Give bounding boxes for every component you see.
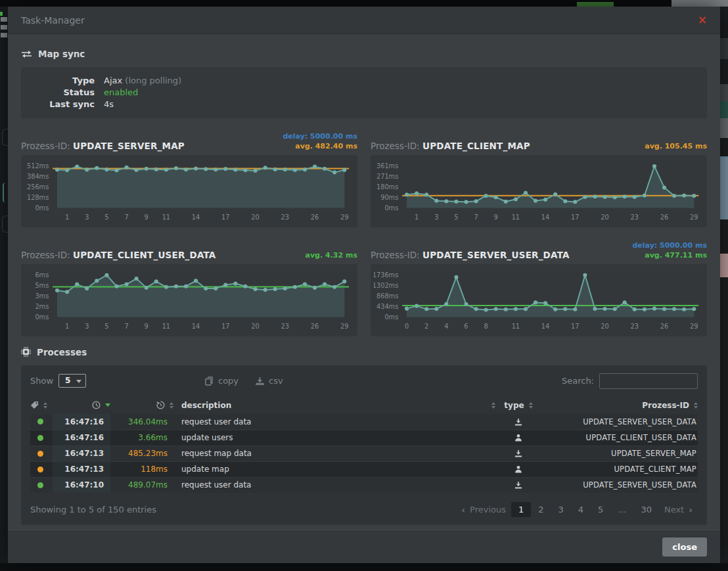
server-download-icon — [514, 418, 522, 426]
pagination-page-5[interactable]: 5 — [591, 502, 610, 517]
delay-label: delay: 5000.00 ms — [632, 240, 707, 250]
chart-head: Prozess-ID: UPDATE_SERVER_MAP delay: 500… — [21, 126, 357, 151]
svg-text:20: 20 — [601, 323, 608, 330]
info-note: (long polling) — [125, 76, 181, 85]
close-button[interactable]: close — [662, 537, 707, 557]
area-chart-svg: 6ms5ms3ms2ms0ms1357911141720232629 — [24, 267, 354, 335]
svg-text:11: 11 — [512, 323, 520, 330]
info-label: Last sync — [32, 99, 95, 110]
svg-text:7: 7 — [124, 214, 128, 221]
background-fragment — [720, 118, 728, 138]
svg-text:8: 8 — [484, 323, 488, 330]
pagination-next[interactable]: Next› — [659, 502, 698, 518]
avg-label: avg. 105.45 ms — [645, 141, 707, 151]
description-cell: update users — [173, 433, 495, 442]
map-sync-info: Type Ajax (long polling) Status enabled … — [21, 67, 707, 118]
table-row[interactable]: 16:47:13 118ms update map UPDATE_CLIENT_… — [30, 461, 698, 477]
background-bar — [1, 25, 7, 30]
svg-text:384ms: 384ms — [27, 173, 49, 180]
svg-text:14: 14 — [541, 323, 549, 330]
svg-text:26: 26 — [660, 214, 668, 221]
svg-text:512ms: 512ms — [27, 162, 49, 170]
search-input[interactable] — [599, 373, 698, 389]
map-sync-title: Map sync — [38, 49, 85, 59]
svg-text:5: 5 — [454, 214, 458, 221]
table-row[interactable]: 16:47:10 489.07ms request user data UPDA… — [30, 477, 698, 493]
background-ring — [2, 129, 8, 146]
status-cell — [30, 482, 53, 488]
status-cell — [30, 451, 53, 457]
processes-panel: Show 5 copy — [21, 365, 707, 525]
svg-text:90ms: 90ms — [380, 194, 398, 201]
svg-text:868ms: 868ms — [376, 292, 398, 300]
table-body: 16:47:16 346.04ms request user data UPDA… — [30, 414, 698, 493]
svg-text:9: 9 — [494, 214, 498, 221]
background-fragment — [720, 156, 728, 219]
svg-text:271ms: 271ms — [376, 173, 398, 180]
background-top-bar — [0, 0, 728, 7]
csv-button[interactable]: csv — [256, 376, 283, 386]
chart-title: Prozess-ID: UPDATE_SERVER_MAP — [21, 141, 185, 151]
svg-text:361ms: 361ms — [376, 162, 398, 170]
description-cell: request user data — [173, 480, 495, 490]
info-value: 4s — [104, 99, 114, 110]
svg-text:14: 14 — [541, 214, 549, 221]
pagination-previous[interactable]: ‹Previous — [456, 502, 511, 518]
svg-text:11: 11 — [512, 214, 520, 221]
svg-text:23: 23 — [631, 323, 639, 330]
processes-title: Processes — [37, 347, 87, 357]
pagination-ellipsis: … — [610, 502, 633, 517]
page-length-select[interactable]: 5 — [58, 374, 86, 388]
pid-cell: UPDATE_SERVER_USER_DATA — [541, 417, 698, 426]
chart-labels: delay: 5000.00 ms avg. 477.11 ms — [632, 240, 707, 260]
background-scrollbar-fragment — [671, 0, 728, 7]
chevron-left-icon: ‹ — [461, 505, 465, 515]
chart-title: Prozess-ID: UPDATE_SERVER_USER_DATA — [371, 250, 570, 260]
avg-label: avg. 477.11 ms — [632, 250, 707, 260]
close-x-icon[interactable]: × — [698, 14, 707, 26]
col-description[interactable]: description — [173, 401, 495, 410]
duration-cell: 118ms — [110, 465, 173, 474]
svg-text:0ms: 0ms — [35, 204, 49, 212]
table-row[interactable]: 16:47:13 485.23ms request map data UPDAT… — [30, 445, 698, 461]
time-cell: 16:47:10 — [53, 478, 110, 493]
svg-text:6ms: 6ms — [35, 271, 49, 279]
sort-icon — [694, 402, 698, 409]
svg-text:17: 17 — [221, 323, 229, 330]
export-buttons: copy csv — [205, 376, 283, 386]
col-time[interactable] — [53, 401, 110, 409]
info-row-status: Status enabled — [32, 87, 696, 99]
duration-cell: 489.07ms — [110, 480, 173, 490]
pagination-page-1[interactable]: 1 — [511, 502, 531, 517]
svg-text:3: 3 — [85, 323, 89, 330]
status-dot-green — [37, 482, 43, 488]
svg-text:5: 5 — [104, 323, 108, 330]
svg-text:11: 11 — [162, 323, 170, 330]
type-cell — [495, 465, 541, 473]
col-status[interactable] — [30, 401, 53, 409]
svg-text:1302ms: 1302ms — [374, 282, 398, 289]
entries-summary: Showing 1 to 5 of 150 entries — [30, 505, 156, 514]
chart-panel: 6ms5ms3ms2ms0ms1357911141720232629 — [21, 264, 357, 336]
copy-button[interactable]: copy — [205, 376, 239, 386]
svg-text:0ms: 0ms — [35, 313, 49, 321]
col-type[interactable]: type — [495, 401, 541, 410]
svg-text:29: 29 — [690, 214, 698, 221]
col-duration[interactable] — [110, 401, 173, 409]
svg-text:0ms: 0ms — [384, 204, 398, 212]
table-row[interactable]: 16:47:16 3.66ms update users UPDATE_CLIE… — [30, 430, 698, 445]
pagination-page-2[interactable]: 2 — [531, 502, 551, 517]
status-cell — [30, 419, 53, 424]
chevron-right-icon: › — [689, 505, 693, 515]
table-header-row: description type Prozess-ID — [30, 397, 698, 414]
chip-icon — [21, 347, 31, 357]
background-fragment — [720, 84, 728, 101]
chart-labels: avg. 4.32 ms — [306, 250, 357, 260]
pagination-page-4[interactable]: 4 — [571, 502, 591, 517]
type-cell — [495, 481, 541, 489]
pagination-page-30[interactable]: 30 — [633, 502, 659, 517]
server-download-icon — [514, 449, 522, 457]
col-pid[interactable]: Prozess-ID — [541, 401, 698, 410]
pagination-page-3[interactable]: 3 — [551, 502, 571, 517]
table-row[interactable]: 16:47:16 346.04ms request user data UPDA… — [30, 414, 698, 430]
